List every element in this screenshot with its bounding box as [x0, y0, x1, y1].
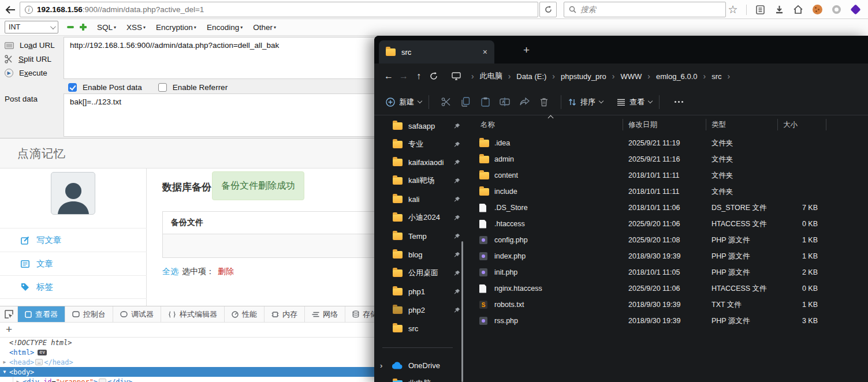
hackbar-menu-xss[interactable]: XSS▾	[126, 23, 146, 32]
bookmark-star-icon[interactable]: ☆	[727, 4, 739, 16]
tab-console[interactable]: 控制台	[65, 306, 113, 322]
new-tab-button[interactable]: +	[523, 44, 530, 57]
sidebar-item-posts[interactable]: 文章	[0, 252, 147, 275]
hackbar-preset-select[interactable]: INT	[5, 21, 58, 33]
file-row[interactable]: init.php2018/10/1 11:05PHP 源文件2 KB	[468, 264, 868, 280]
sidebar-item-kaifaxiaodi[interactable]: kaifaxiaodi	[374, 155, 461, 170]
sidebar-item-tags[interactable]: 标签	[0, 275, 147, 299]
chevron-right-icon[interactable]: ›	[380, 361, 382, 370]
sidebar-item-onedrive[interactable]: › OneDrive	[374, 358, 461, 373]
ellipsis-badge[interactable]: …	[99, 379, 106, 382]
enable-post-data-checkbox[interactable]	[68, 83, 77, 92]
file-row[interactable]: Srobots.txt2018/9/30 19:39TXT 文件1 KB	[468, 297, 868, 313]
split-url-button[interactable]: Split URL	[5, 55, 51, 63]
share-button[interactable]	[515, 98, 534, 106]
breadcrumb-www[interactable]: WWW	[620, 72, 642, 81]
delete-link[interactable]: 删除	[218, 267, 234, 277]
sidebar-item-safaapp[interactable]: safaapp	[374, 118, 461, 133]
file-row[interactable]: index.php2018/9/30 19:39PHP 源文件1 KB	[468, 248, 868, 264]
new-button[interactable]: 新建	[386, 97, 422, 107]
pick-element-button[interactable]	[0, 306, 18, 322]
column-divider[interactable]	[777, 119, 778, 130]
column-divider[interactable]	[706, 119, 706, 130]
view-button[interactable]: 查看	[617, 97, 652, 107]
column-header-date[interactable]: 修改日期	[628, 115, 657, 134]
sidebar-item-kali[interactable]: kali	[374, 192, 461, 207]
tab-performance[interactable]: 性能	[225, 306, 265, 322]
sidebar-item-zhuanye[interactable]: 专业	[374, 137, 461, 152]
tab-inspector[interactable]: 查看器	[18, 306, 65, 322]
cut-button[interactable]	[436, 97, 456, 107]
hackbar-menu-sql[interactable]: SQL▾	[97, 23, 116, 32]
more-options-icon[interactable]	[675, 101, 683, 103]
select-all-link[interactable]: 全选	[162, 267, 178, 277]
column-header-type[interactable]: 类型	[711, 115, 726, 134]
breadcrumb-this-pc[interactable]: 此电脑	[480, 71, 502, 81]
event-badge[interactable]: ev	[38, 350, 47, 355]
paste-button[interactable]	[475, 97, 495, 107]
sidebar-scrollbar[interactable]	[461, 241, 463, 382]
sidebar-item-php1[interactable]: php1	[374, 284, 461, 299]
file-row[interactable]: rss.php2018/9/30 19:39PHP 源文件3 KB	[468, 313, 868, 329]
breadcrumb-emlog[interactable]: emlog_6.0.0	[656, 72, 698, 81]
back-button[interactable]	[3, 3, 17, 17]
info-icon[interactable]: i	[25, 6, 33, 14]
hackbar-menu-encoding[interactable]: Encoding▾	[207, 23, 243, 32]
hackbar-remove-icon[interactable]	[67, 26, 74, 28]
sidebar-item-temp[interactable]: Temp	[374, 229, 461, 244]
search-bar[interactable]	[564, 2, 726, 17]
sidebar-item-kali-range[interactable]: kali靶场	[374, 173, 461, 188]
rename-button[interactable]	[495, 98, 515, 106]
add-node-button[interactable]: +	[6, 323, 12, 336]
hackbar-menu-other[interactable]: Other▾	[253, 23, 276, 32]
close-tab-icon[interactable]: ×	[483, 47, 487, 57]
column-divider[interactable]	[623, 119, 623, 130]
sidebar-item-php2[interactable]: php2	[374, 302, 461, 317]
column-divider[interactable]	[826, 119, 826, 130]
file-row[interactable]: .DS_Store2018/10/1 11:06DS_STORE 文件7 KB	[468, 200, 868, 216]
enable-referrer-label[interactable]: Enable Referrer	[173, 83, 228, 92]
extension-ring-icon[interactable]	[830, 4, 842, 16]
file-row[interactable]: include2018/10/1 11:11文件夹	[468, 183, 868, 200]
home-icon[interactable]	[792, 4, 804, 16]
sidebar-item-blog[interactable]: blog	[374, 247, 461, 262]
file-row[interactable]: .htaccess2025/9/20 11:06HTACCESS 文件0 KB	[468, 216, 868, 232]
hackbar-menu-encryption[interactable]: Encryption▾	[156, 23, 196, 32]
library-icon[interactable]	[754, 4, 766, 16]
file-row[interactable]: config.php2025/9/20 11:08PHP 源文件1 KB	[468, 232, 868, 248]
reload-button[interactable]	[539, 2, 557, 17]
enable-referrer-checkbox[interactable]	[158, 83, 167, 92]
file-row[interactable]: .idea2025/9/21 11:19文件夹	[468, 135, 868, 151]
collapse-arrow-icon[interactable]: ▼	[0, 369, 9, 374]
expand-arrow-icon[interactable]: ▶	[13, 379, 23, 382]
sidebar-item-public-desktop[interactable]: 公用桌面	[374, 265, 461, 280]
nav-up-icon[interactable]: ↑	[411, 71, 426, 81]
file-row[interactable]: admin2025/9/21 11:16文件夹	[468, 151, 868, 167]
nav-forward-icon[interactable]: →	[396, 71, 411, 81]
hackbar-extension-icon[interactable]	[850, 4, 861, 16]
enable-post-data-label[interactable]: Enable Post data	[83, 83, 142, 92]
file-row[interactable]: nginx.htaccess2025/9/20 11:06HTACCESS 文件…	[468, 280, 868, 297]
hackbar-add-icon[interactable]	[80, 24, 87, 31]
address-bar[interactable]: i 192.168.1.56:900//admin/data.php?activ…	[20, 2, 538, 17]
copy-button[interactable]	[456, 97, 475, 107]
sidebar-item-xiaodi2024[interactable]: 小迪2024	[374, 210, 461, 225]
column-header-name[interactable]: 名称	[480, 115, 495, 134]
explorer-tab-src[interactable]: src ×	[379, 40, 494, 63]
downloads-icon[interactable]	[773, 4, 785, 16]
search-input[interactable]	[580, 5, 721, 14]
sort-button[interactable]: 排序	[568, 97, 603, 107]
file-row[interactable]: content2018/10/1 11:11文件夹	[468, 167, 868, 183]
tab-network[interactable]: 网络	[305, 306, 345, 322]
execute-button[interactable]: ▶ Execute	[5, 69, 47, 77]
breadcrumb-phpstudy-pro[interactable]: phpstudy_pro	[561, 72, 606, 81]
column-header-size[interactable]: 大小	[783, 115, 798, 134]
cookie-extension-icon[interactable]	[811, 4, 823, 16]
sidebar-item-this-pc-partial[interactable]: 此电脑	[374, 376, 461, 382]
breadcrumb-src[interactable]: src	[711, 72, 721, 81]
expand-arrow-icon[interactable]: ▶	[0, 359, 9, 365]
delete-button[interactable]	[534, 98, 554, 107]
sidebar-item-write-post[interactable]: 写文章	[0, 228, 147, 252]
load-url-button[interactable]: Load URL	[5, 41, 55, 50]
tab-debugger[interactable]: 调试器	[113, 306, 161, 322]
